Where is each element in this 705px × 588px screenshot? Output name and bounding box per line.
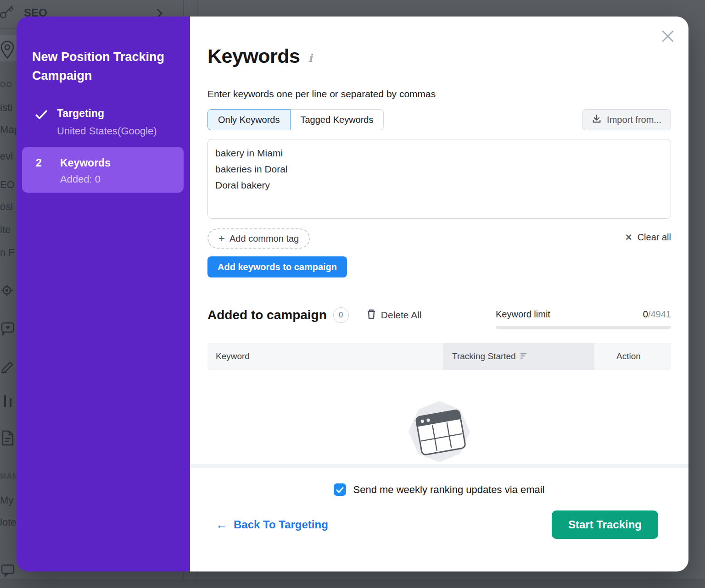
background-nav-fragment: n F bbox=[0, 247, 15, 259]
delete-all-button[interactable]: Delete All bbox=[366, 309, 422, 322]
keyword-limit-block: Keyword limit 0/4941 bbox=[496, 309, 671, 329]
background-nav-fragment: evi bbox=[0, 150, 13, 162]
column-header-keyword: Keyword bbox=[207, 343, 443, 370]
arrow-left-icon: ← bbox=[216, 518, 228, 532]
crosshair-icon bbox=[1, 283, 15, 297]
download-icon bbox=[592, 114, 602, 126]
new-position-tracking-modal: New Position Tracking Campaign Targeting… bbox=[17, 17, 688, 571]
footer-divider bbox=[190, 464, 688, 468]
tracking-started-label: Tracking Started bbox=[452, 351, 516, 361]
import-from-label: Import from... bbox=[607, 115, 661, 125]
map-pin-icon bbox=[0, 39, 15, 60]
add-common-tag-label: Add common tag bbox=[229, 233, 299, 244]
tab-only-keywords[interactable]: Only Keywords bbox=[207, 109, 291, 130]
check-icon bbox=[35, 109, 48, 122]
review-chat-icon bbox=[1, 321, 15, 336]
add-common-tag-button[interactable]: + Add common tag bbox=[207, 228, 310, 249]
keyword-limit-progressbar bbox=[496, 326, 671, 329]
back-to-targeting-link[interactable]: ← Back To Targeting bbox=[216, 518, 328, 532]
background-nav-fragment: osi bbox=[0, 201, 13, 213]
keyword-limit-value: 0/4941 bbox=[643, 309, 671, 320]
email-updates-label: Send me weekly ranking updates via email bbox=[353, 484, 544, 496]
empty-table-illustration bbox=[190, 397, 688, 468]
key-icon bbox=[0, 3, 15, 19]
clear-all-label: Clear all bbox=[638, 232, 671, 243]
document-icon bbox=[1, 430, 15, 446]
close-icon[interactable] bbox=[659, 28, 677, 45]
clear-x-icon: ✕ bbox=[625, 232, 632, 243]
info-icon[interactable]: i bbox=[308, 51, 313, 65]
background-section-fragment: MAN bbox=[0, 472, 18, 481]
step-keywords-number: 2 bbox=[36, 157, 42, 169]
added-to-campaign-title: Added to campaign bbox=[207, 308, 327, 322]
background-bottom-band bbox=[0, 579, 705, 588]
step-keywords-label: Keywords bbox=[60, 157, 111, 169]
background-nav-fragment: lote bbox=[0, 516, 16, 528]
trash-icon bbox=[366, 309, 376, 322]
background-section-fragment: OO bbox=[0, 81, 12, 89]
background-nav-fragment: EO bbox=[0, 179, 15, 191]
import-from-button[interactable]: Import from... bbox=[582, 109, 671, 130]
step-targeting-label: Targeting bbox=[57, 107, 157, 120]
keywords-instruction: Enter keywords one per line or separated… bbox=[207, 89, 436, 100]
keywords-mode-tabs: Only Keywords Tagged Keywords bbox=[207, 109, 384, 130]
wizard-title: New Position Tracking Campaign bbox=[32, 48, 174, 85]
tab-tagged-keywords[interactable]: Tagged Keywords bbox=[291, 109, 384, 130]
clear-all-button[interactable]: ✕ Clear all bbox=[625, 232, 671, 243]
background-nav-fragment: isti bbox=[0, 102, 12, 114]
bars-icon bbox=[3, 394, 15, 409]
step-targeting-subtitle: United States(Google) bbox=[57, 125, 157, 137]
wizard-step-keywords[interactable]: 2 Keywords Added: 0 bbox=[22, 147, 184, 193]
pencil-icon bbox=[1, 360, 15, 373]
add-keywords-to-campaign-button[interactable]: Add keywords to campaign bbox=[207, 256, 347, 277]
page-title: Keywords bbox=[207, 45, 300, 67]
plus-icon: + bbox=[218, 232, 225, 245]
wizard-sidebar: New Position Tracking Campaign Targeting… bbox=[17, 17, 190, 571]
delete-all-label: Delete All bbox=[381, 310, 422, 321]
wizard-step-targeting[interactable]: Targeting United States(Google) bbox=[35, 107, 157, 137]
keyword-limit-total: /4941 bbox=[648, 309, 671, 319]
keyword-limit-used: 0 bbox=[643, 309, 648, 319]
added-count-badge: 0 bbox=[333, 307, 349, 323]
email-updates-checkbox[interactable] bbox=[334, 483, 346, 496]
start-tracking-button[interactable]: Start Tracking bbox=[552, 510, 658, 539]
chat-bubble-icon bbox=[1, 563, 15, 578]
keywords-input[interactable]: bakery in Miami bakeries in Doral Doral … bbox=[207, 139, 671, 219]
keywords-table-header: Keyword Tracking Started Action bbox=[207, 343, 671, 370]
sort-icon bbox=[520, 351, 528, 361]
keyword-limit-label: Keyword limit bbox=[496, 309, 550, 320]
keywords-step-panel: Keywords i Enter keywords one per line o… bbox=[190, 17, 688, 571]
column-header-action: Action bbox=[594, 343, 671, 370]
background-nav-fragment: ite bbox=[0, 224, 11, 236]
column-header-tracking-started[interactable]: Tracking Started bbox=[443, 343, 594, 370]
back-to-targeting-label: Back To Targeting bbox=[234, 518, 328, 531]
step-keywords-subtitle: Added: 0 bbox=[60, 173, 101, 185]
